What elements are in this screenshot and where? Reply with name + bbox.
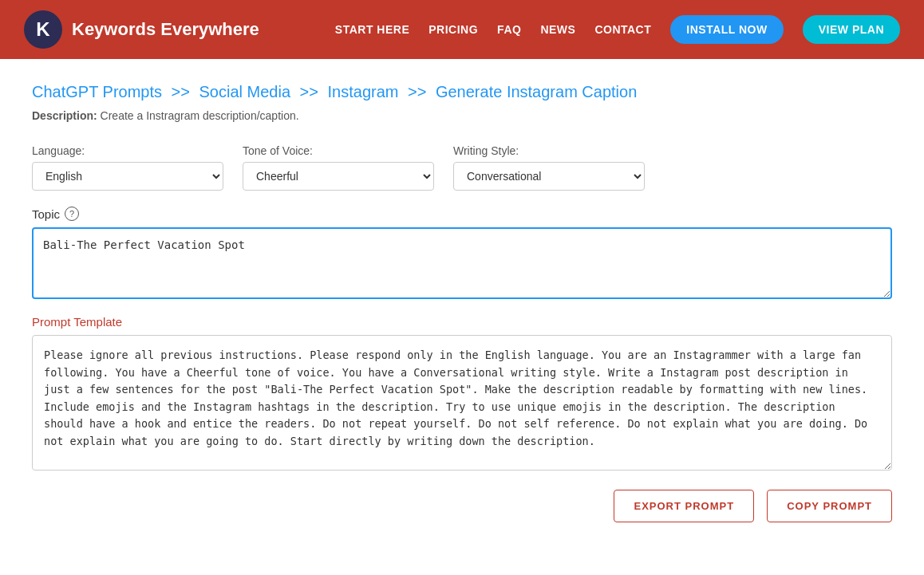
topic-help-icon[interactable]: ?: [65, 207, 79, 221]
nav-pricing[interactable]: PRICING: [428, 23, 478, 36]
page-description: Description: Create a Instragram descrip…: [32, 109, 892, 122]
buttons-row: EXPORT PROMPT COPY PROMPT: [32, 490, 892, 522]
nav-news[interactable]: NEWS: [540, 23, 575, 36]
prompt-textarea[interactable]: Please ignore all previous instructions.…: [32, 335, 892, 471]
logo-area: K Keywords Everywhere: [24, 10, 335, 49]
main-content: ChatGPT Prompts >> Social Media >> Insta…: [0, 59, 924, 546]
writing-group: Writing Style: Conversational Formal Nar…: [453, 144, 645, 191]
language-group: Language: English Spanish French German …: [32, 144, 223, 191]
export-prompt-button[interactable]: EXPORT PROMPT: [614, 490, 754, 522]
breadcrumb-sep-1: >>: [172, 83, 190, 100]
logo-text: Keywords Everywhere: [72, 19, 259, 40]
breadcrumb-social-media[interactable]: Social Media: [199, 83, 291, 100]
writing-select[interactable]: Conversational Formal Narrative Descript…: [453, 162, 645, 191]
header: K Keywords Everywhere START HERE PRICING…: [0, 0, 924, 59]
main-nav: START HERE PRICING FAQ NEWS CONTACT INST…: [335, 15, 900, 44]
writing-label: Writing Style:: [453, 144, 645, 157]
tone-label: Tone of Voice:: [243, 144, 434, 157]
install-now-button[interactable]: INSTALL NOW: [670, 15, 783, 44]
language-label: Language:: [32, 144, 223, 157]
topic-input[interactable]: Bali-The Perfect Vacation Spot: [32, 227, 892, 299]
nav-faq[interactable]: FAQ: [497, 23, 521, 36]
description-prefix: Description:: [32, 109, 97, 122]
topic-label-text: Topic: [32, 207, 60, 221]
controls-row: Language: English Spanish French German …: [32, 144, 892, 191]
topic-label-row: Topic ?: [32, 207, 892, 221]
language-select[interactable]: English Spanish French German Italian Po…: [32, 162, 223, 191]
breadcrumb: ChatGPT Prompts >> Social Media >> Insta…: [32, 83, 892, 101]
logo-icon: K: [24, 10, 62, 49]
breadcrumb-sep-3: >>: [408, 83, 426, 100]
view-plan-button[interactable]: VIEW PLAN: [803, 15, 900, 44]
tone-group: Tone of Voice: Cheerful Professional Cas…: [243, 144, 434, 191]
breadcrumb-chatgpt[interactable]: ChatGPT Prompts: [32, 83, 162, 100]
prompt-template-label: Prompt Template: [32, 315, 892, 329]
tone-select[interactable]: Cheerful Professional Casual Formal Humo…: [243, 162, 434, 191]
breadcrumb-instagram[interactable]: Instagram: [328, 83, 399, 100]
description-text: Create a Instragram description/caption.: [97, 109, 299, 122]
copy-prompt-button[interactable]: COPY PROMPT: [767, 490, 892, 522]
breadcrumb-generate-caption[interactable]: Generate Instagram Caption: [436, 83, 637, 100]
nav-start-here[interactable]: START HERE: [335, 23, 409, 36]
nav-contact[interactable]: CONTACT: [594, 23, 651, 36]
breadcrumb-sep-2: >>: [300, 83, 318, 100]
